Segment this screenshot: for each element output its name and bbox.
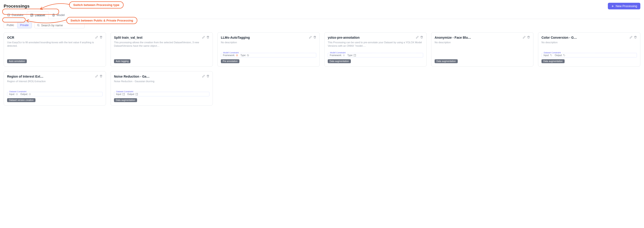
constraint-box: Dataset Constraint Input: Output: <box>542 53 637 58</box>
constraint-label: Dataset Constraint <box>9 90 27 93</box>
constraint-key: Input: <box>116 93 122 96</box>
svg-rect-23 <box>136 95 136 95</box>
search-box[interactable] <box>34 22 85 28</box>
svg-rect-9 <box>354 54 354 55</box>
card-tag: Pre annotation <box>221 59 240 63</box>
card-title: Split train_val_test <box>114 36 142 39</box>
edit-icon[interactable] <box>202 36 205 39</box>
processing-card[interactable]: Split train_val_test This processing all… <box>110 32 213 66</box>
edit-icon[interactable] <box>309 36 312 39</box>
tab-label: Dataset <box>35 14 45 17</box>
svg-point-5 <box>237 55 237 56</box>
tab-label: Model <box>56 13 64 17</box>
constraint-box: Model Constraint Framework: Type: <box>328 53 423 58</box>
card-tag: Dataset version creation <box>7 98 36 102</box>
constraint-key: Framework: <box>223 54 235 56</box>
delete-icon[interactable] <box>420 36 423 39</box>
card-description: No description <box>542 41 637 44</box>
visibility-segment: Public Private <box>4 22 32 28</box>
plus-icon <box>611 4 614 8</box>
svg-point-7 <box>344 55 344 56</box>
edit-icon[interactable] <box>202 75 205 78</box>
constraint-label: Dataset Constraint <box>543 52 562 54</box>
card-description: No description <box>434 41 530 44</box>
svg-rect-12 <box>356 56 356 56</box>
card-tag: Auto tagging <box>114 59 130 63</box>
constraint-key: Output: <box>127 93 135 96</box>
constraint-key: Output: <box>555 54 562 56</box>
svg-rect-22 <box>137 93 138 94</box>
card-title: Region of Interest Extracti… <box>7 75 44 78</box>
constraint-box: Dataset Constraint Input: Output: <box>114 92 210 96</box>
svg-rect-11 <box>354 56 354 56</box>
bbox-icon <box>354 54 356 56</box>
constraint-label: Model Constraint <box>329 52 346 54</box>
edit-icon[interactable] <box>95 36 98 39</box>
delete-icon[interactable] <box>527 36 530 39</box>
card-title: Anonymize - Face Blurring <box>434 36 471 39</box>
segment-private[interactable]: Private <box>17 22 32 28</box>
card-description: Noise Reduction - Gaussian blurring <box>114 80 210 83</box>
edit-icon[interactable] <box>630 36 632 39</box>
processing-card[interactable]: yolox-pre-annotation This Processing can… <box>324 32 426 66</box>
edit-icon[interactable] <box>95 75 98 78</box>
constraint-box: Dataset Constraint Input: Output: <box>7 92 102 96</box>
block-icon <box>247 54 249 56</box>
delete-icon[interactable] <box>206 36 210 39</box>
database-icon <box>7 14 10 17</box>
card-title: yolox-pre-annotation <box>328 36 360 39</box>
new-processing-button[interactable]: New Processing <box>608 3 640 10</box>
processing-card[interactable]: Color Conversion - Graysc… No descriptio… <box>538 32 640 66</box>
type-tabs: Datalake Dataset Model <box>4 11 640 19</box>
poly-icon <box>28 93 31 96</box>
cog-icon <box>342 54 345 56</box>
svg-rect-8 <box>354 54 356 56</box>
svg-rect-15 <box>123 94 124 95</box>
delete-icon[interactable] <box>634 36 637 39</box>
processing-card[interactable]: OCR Use EasyOcr to fill annotated boundi… <box>4 32 106 66</box>
constraint-key: Framework: <box>330 54 342 56</box>
processing-card[interactable]: LLMs-AutoTagging No description Model Co… <box>218 32 320 66</box>
tag-icon <box>563 54 566 56</box>
svg-rect-20 <box>136 94 138 95</box>
delete-icon[interactable] <box>100 36 102 39</box>
tab-dataset[interactable]: Dataset <box>27 11 48 19</box>
processing-card[interactable]: Noise Reduction - Gaussi… Noise Reductio… <box>110 71 213 106</box>
svg-rect-10 <box>356 54 356 55</box>
svg-point-14 <box>564 55 564 55</box>
edit-icon[interactable] <box>523 36 526 39</box>
svg-rect-21 <box>136 93 136 94</box>
processing-card[interactable]: Anonymize - Face Blurring No description… <box>431 32 534 66</box>
card-description: This processing allows the creation from… <box>114 41 210 48</box>
card-tag: Data augmentation <box>328 59 351 63</box>
tag-icon <box>550 54 552 56</box>
tab-datalake[interactable]: Datalake <box>4 11 27 19</box>
bbox-icon <box>136 93 138 96</box>
card-title: Color Conversion - Graysc… <box>542 36 578 39</box>
search-icon <box>37 24 40 27</box>
svg-rect-17 <box>124 93 125 94</box>
card-title: OCR <box>7 36 14 39</box>
constraint-key: Input: <box>9 93 15 96</box>
layers-icon <box>52 14 55 17</box>
card-tag: Data augmentation <box>542 59 564 63</box>
svg-rect-18 <box>123 95 123 95</box>
card-description: No description <box>221 41 316 44</box>
page-title: Processings <box>4 4 30 9</box>
tab-model[interactable]: Model <box>48 11 68 19</box>
svg-rect-24 <box>137 95 138 95</box>
segment-public[interactable]: Public <box>4 22 17 28</box>
card-description: Use EasyOcr to fill annotated bounding-b… <box>7 41 102 48</box>
search-input[interactable] <box>41 24 82 27</box>
edit-icon[interactable] <box>416 36 419 39</box>
delete-icon[interactable] <box>313 36 316 39</box>
new-processing-label: New Processing <box>616 4 637 8</box>
bbox-icon <box>122 93 125 96</box>
svg-rect-16 <box>123 93 123 94</box>
delete-icon[interactable] <box>206 75 210 78</box>
card-title: LLMs-AutoTagging <box>221 36 250 39</box>
delete-icon[interactable] <box>100 75 102 78</box>
svg-point-0 <box>8 14 10 15</box>
card-title: Noise Reduction - Gaussi… <box>114 75 150 78</box>
processing-card[interactable]: Region of Interest Extracti… Region of I… <box>4 71 106 106</box>
